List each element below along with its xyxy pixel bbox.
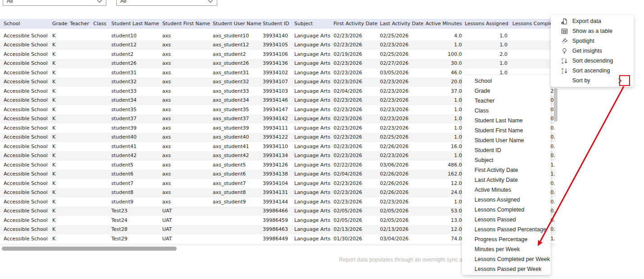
column-header-lessons-completed[interactable]: Lessons Completed <box>508 19 556 29</box>
cell-class <box>93 77 111 87</box>
sort-by-submenu: SchoolGradeTeacherClassStudent Last Name… <box>462 75 551 275</box>
cell-active-minutes: 74.0 <box>423 234 462 244</box>
column-header-class[interactable]: Class <box>93 19 111 29</box>
cell-grade: K <box>52 225 70 234</box>
column-header-student-id[interactable]: Student ID <box>263 19 294 29</box>
cell-last-activity-date: 02/05/2026 <box>380 207 423 216</box>
cell-student-first-name: axs <box>162 96 213 105</box>
submenu-item-last-activity-date[interactable]: Last Activity Date <box>462 175 551 185</box>
cell-first-activity-date: 02/23/2026 <box>333 96 380 105</box>
table-row[interactable]: Accessible SchoolKstudent12axsaxs_studen… <box>0 40 556 50</box>
cell-student-first-name: UAT <box>162 207 213 216</box>
cell-student-last-name: student32 <box>111 77 162 87</box>
vertical-scrollbar-thumb[interactable] <box>554 88 557 122</box>
cell-teacher <box>70 170 93 179</box>
cell-lessons-completed <box>508 59 556 68</box>
cell-first-activity-date: 02/23/2026 <box>333 40 380 50</box>
column-header-student-first-name[interactable]: Student First Name <box>162 19 213 29</box>
menu-item-show-as-table[interactable]: Show as a table <box>551 26 634 36</box>
submenu-item-student-first-name[interactable]: Student First Name <box>462 126 551 135</box>
submenu-item-grade[interactable]: Grade <box>462 86 551 96</box>
cell-first-activity-date: 02/23/2026 <box>333 77 380 87</box>
cell-student-user-name: axs_student10 <box>213 32 263 41</box>
cell-student-last-name: student33 <box>111 87 162 96</box>
cell-student-last-name: student41 <box>111 142 162 152</box>
cell-student-user-name: axs_student26 <box>213 59 263 68</box>
cell-student-user-name <box>213 216 263 225</box>
column-header-teacher[interactable]: Teacher <box>70 19 93 29</box>
cell-teacher <box>70 188 93 198</box>
column-header-subject[interactable]: Subject <box>294 19 333 29</box>
column-header-school[interactable]: School <box>0 19 52 29</box>
submenu-item-progress-percentage[interactable]: Progress Percentage <box>462 234 551 244</box>
menu-item-sort-descending[interactable]: Z A Sort descending <box>551 56 634 66</box>
horizontal-scrollbar-thumb[interactable] <box>2 247 177 251</box>
menu-item-get-insights[interactable]: Get insights <box>551 46 634 56</box>
menu-item-export-data[interactable]: Export data <box>551 16 634 26</box>
cell-student-id: 39934134 <box>263 151 294 161</box>
cell-subject: Language Arts <box>294 161 333 170</box>
column-header-first-activity-date[interactable]: First Activity Date <box>333 19 380 29</box>
cell-student-user-name: axs_student8 <box>213 188 263 198</box>
menu-item-label: Export data <box>572 18 601 24</box>
cell-school: Accessible School <box>0 87 52 96</box>
cell-school: Accessible School <box>0 96 52 105</box>
cell-student-first-name: axs <box>162 170 213 179</box>
column-header-grade[interactable]: Grade <box>52 19 70 29</box>
cell-first-activity-date: 02/23/2026 <box>333 124 380 133</box>
filter-dropdown-2[interactable]: All <box>116 0 217 6</box>
submenu-item-lessons-completed[interactable]: Lessons Completed <box>462 205 551 215</box>
cell-school: Accessible School <box>0 68 52 78</box>
menu-item-sort-ascending[interactable]: A Z Sort ascending <box>551 66 634 76</box>
cell-lessons-completed <box>508 50 556 59</box>
submenu-item-teacher[interactable]: Teacher <box>462 96 551 106</box>
cell-active-minutes: 37.0 <box>423 87 462 96</box>
submenu-item-school[interactable]: School <box>462 76 551 86</box>
submenu-item-student-last-name[interactable]: Student Last Name <box>462 116 551 126</box>
menu-item-spotlight[interactable]: Spotlight <box>551 36 634 46</box>
cell-class <box>93 68 111 78</box>
cell-school: Accessible School <box>0 114 52 124</box>
submenu-item-student-id[interactable]: Student ID <box>462 145 551 155</box>
column-header-student-user-name[interactable]: Student User Name <box>213 19 263 29</box>
submenu-item-minutes-per-week[interactable]: Minutes per Week <box>462 244 551 254</box>
column-header-student-last-name[interactable]: Student Last Name <box>111 19 162 29</box>
table-row[interactable]: Accessible SchoolKstudent26axsaxs_studen… <box>0 59 556 68</box>
cell-lessons-completed <box>508 40 556 50</box>
submenu-item-lessons-completed-per-week[interactable]: Lessons Completed per Week <box>462 254 551 264</box>
cell-last-activity-date: 02/26/2026 <box>380 179 423 189</box>
submenu-item-lessons-passed-per-week[interactable]: Lessons Passed per Week <box>462 264 551 274</box>
cell-student-last-name: student6 <box>111 170 162 179</box>
column-header-last-activity-date[interactable]: Last Activity Date <box>380 19 423 29</box>
cell-student-last-name: student8 <box>111 188 162 198</box>
submenu-item-lessons-assigned[interactable]: Lessons Assigned <box>462 195 551 205</box>
menu-item-label: Sort ascending <box>572 68 610 74</box>
cell-teacher <box>70 96 93 105</box>
table-row[interactable]: Accessible SchoolKstudent2axsaxs_student… <box>0 50 556 59</box>
cell-school: Accessible School <box>0 59 52 68</box>
column-header-lessons-assigned[interactable]: Lessons Assigned <box>462 19 508 29</box>
submenu-item-lessons-passed[interactable]: Lessons Passed <box>462 215 551 225</box>
cell-student-first-name: axs <box>162 161 213 170</box>
cell-school: Accessible School <box>0 170 52 179</box>
table-row[interactable]: Accessible SchoolKstudent10axsaxs_studen… <box>0 32 556 41</box>
submenu-item-class[interactable]: Class <box>462 106 551 116</box>
submenu-item-lessons-passed-percentage[interactable]: Lessons Passed Percentage <box>462 225 551 234</box>
column-header-active-minutes[interactable]: Active Minutes <box>423 19 462 29</box>
cell-teacher <box>70 216 93 225</box>
submenu-item-subject[interactable]: Subject <box>462 155 551 165</box>
cell-class <box>93 225 111 234</box>
cell-grade: K <box>52 87 70 96</box>
cell-student-user-name: axs_student42 <box>213 151 263 161</box>
submenu-item-active-minutes[interactable]: Active Minutes <box>462 185 551 195</box>
cell-subject: Language Arts <box>294 151 333 161</box>
menu-item-label: Sort descending <box>572 58 613 64</box>
cell-teacher <box>70 151 93 161</box>
submenu-item-first-activity-date[interactable]: First Activity Date <box>462 165 551 175</box>
submenu-item-student-user-name[interactable]: Student User Name <box>462 135 551 145</box>
cell-student-user-name: axs_student7 <box>213 179 263 189</box>
cell-first-activity-date: 02/05/2026 <box>333 207 380 216</box>
cell-class <box>93 32 111 41</box>
cell-subject: Language Arts <box>294 114 333 124</box>
filter-dropdown-1[interactable]: All <box>3 0 106 6</box>
